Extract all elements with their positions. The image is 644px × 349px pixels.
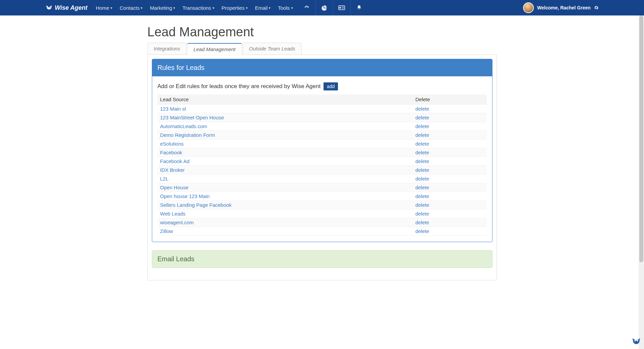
table-row: IDX Brokerdelete [158, 166, 487, 174]
chevron-down-icon: ▾ [173, 6, 175, 10]
tab-outside-team-leads[interactable]: Outside Team Leads [243, 43, 302, 54]
svg-rect-5 [342, 8, 344, 8]
id-card-icon [338, 5, 345, 10]
lead-source-link[interactable]: 123 MainStreet Open House [158, 113, 413, 122]
nav-card-icon[interactable] [333, 0, 350, 15]
nav-item-email[interactable]: Email▾ [251, 0, 274, 15]
add-rule-button[interactable]: add [324, 82, 338, 90]
table-row: eSolutionsdelete [158, 140, 487, 148]
lead-source-link[interactable]: IDX Broker [158, 166, 413, 174]
table-row: Facebookdelete [158, 148, 487, 157]
pie-icon [321, 5, 327, 11]
email-leads-panel: Email Leads [152, 250, 492, 268]
lead-source-link[interactable]: Facebook [158, 148, 413, 157]
nav-item-transactions[interactable]: Transactions▾ [179, 0, 218, 15]
lead-source-link[interactable]: 123 Main st [158, 105, 413, 113]
lead-source-link[interactable]: Open house 123 Main [158, 192, 413, 201]
lead-source-link[interactable]: Open House [158, 183, 413, 192]
top-navbar: Wise Agent Home▾ Contacts▾ Marketing▾ Tr… [0, 0, 644, 15]
svg-rect-4 [342, 7, 344, 7]
delete-cell: delete [413, 131, 487, 140]
nav-item-home[interactable]: Home▾ [92, 0, 116, 15]
lead-source-link[interactable]: Zillow [158, 227, 413, 236]
delete-cell: delete [413, 148, 487, 157]
nav-user-block[interactable]: Welcome, Rachel Green [523, 2, 644, 13]
delete-link[interactable]: delete [416, 176, 429, 182]
delete-link[interactable]: delete [416, 150, 429, 155]
lead-source-link[interactable]: AutomaticLeads.com [158, 122, 413, 131]
delete-cell: delete [413, 157, 487, 166]
table-row: L2Ldelete [158, 174, 487, 183]
lead-rules-table: Lead Source Delete 123 Main stdelete123 … [158, 94, 487, 236]
delete-link[interactable]: delete [416, 185, 429, 190]
delete-cell: delete [413, 113, 487, 122]
nav-item-label: Properties [222, 5, 245, 11]
delete-link[interactable]: delete [416, 141, 429, 147]
tab-lead-management[interactable]: Lead Management [187, 43, 242, 55]
tab-label: Lead Management [194, 46, 235, 52]
rules-panel-heading: Rules for Leads [152, 59, 492, 76]
svg-rect-3 [339, 7, 341, 9]
lead-source-link[interactable]: Demo Registration Form [158, 131, 413, 140]
avatar [523, 2, 534, 13]
table-row: Web Leadsdelete [158, 209, 487, 218]
delete-cell: delete [413, 166, 487, 174]
chevron-down-icon: ▾ [213, 6, 214, 10]
delete-link[interactable]: delete [416, 132, 429, 138]
lead-source-link[interactable]: wiseagent.com [158, 218, 413, 227]
nav-menu: Home▾ Contacts▾ Marketing▾ Transactions▾… [92, 0, 296, 15]
lead-source-link[interactable]: Sellers Landing Page Facebook [158, 201, 413, 209]
delete-link[interactable]: delete [416, 202, 429, 208]
delete-cell: delete [413, 209, 487, 218]
tab-label: Outside Team Leads [249, 46, 295, 51]
chevron-down-icon: ▾ [269, 6, 270, 10]
table-row: Open Housedelete [158, 183, 487, 192]
brand-logo[interactable]: Wise Agent [45, 4, 87, 11]
rules-instruction-row: Add or Edit rules for leads once they ar… [158, 82, 487, 90]
table-row: Open house 123 Maindelete [158, 192, 487, 201]
nav-bell-icon[interactable] [350, 0, 368, 15]
nav-item-label: Marketing [150, 5, 172, 11]
delete-link[interactable]: delete [416, 106, 429, 112]
nav-dashboard-icon[interactable] [298, 0, 315, 15]
nav-item-tools[interactable]: Tools▾ [274, 0, 296, 15]
delete-link[interactable]: delete [416, 193, 429, 199]
tab-content: Rules for Leads Add or Edit rules for le… [147, 55, 497, 280]
lead-source-link[interactable]: Web Leads [158, 209, 413, 218]
lead-source-link[interactable]: eSolutions [158, 140, 413, 148]
nav-item-contacts[interactable]: Contacts▾ [116, 0, 146, 15]
chevron-down-icon: ▾ [246, 6, 248, 10]
rules-panel: Rules for Leads Add or Edit rules for le… [152, 59, 492, 242]
delete-link[interactable]: delete [416, 228, 429, 234]
delete-cell: delete [413, 183, 487, 192]
delete-cell: delete [413, 201, 487, 209]
lead-source-link[interactable]: Facebook Ad [158, 157, 413, 166]
delete-link[interactable]: delete [416, 123, 429, 129]
delete-cell: delete [413, 192, 487, 201]
tab-integrations[interactable]: Integrations [147, 43, 186, 54]
table-row: 123 MainStreet Open Housedelete [158, 113, 487, 122]
nav-stats-icon[interactable] [315, 0, 333, 15]
delete-link[interactable]: delete [416, 158, 429, 164]
table-row: wiseagent.comdelete [158, 218, 487, 227]
delete-cell: delete [413, 105, 487, 113]
nav-item-marketing[interactable]: Marketing▾ [146, 0, 179, 15]
table-row: Facebook Addelete [158, 157, 487, 166]
delete-link[interactable]: delete [416, 115, 429, 120]
chevron-down-icon: ▾ [291, 6, 293, 10]
delete-link[interactable]: delete [416, 220, 429, 225]
table-row: AutomaticLeads.comdelete [158, 122, 487, 131]
delete-cell: delete [413, 122, 487, 131]
scrollbar-thumb[interactable] [639, 15, 643, 262]
delete-link[interactable]: delete [416, 211, 429, 217]
table-row: Zillowdelete [158, 227, 487, 236]
welcome-text: Welcome, Rachel Green [537, 5, 591, 10]
lead-source-link[interactable]: L2L [158, 174, 413, 183]
table-row: Sellers Landing Page Facebookdelete [158, 201, 487, 209]
table-row: 123 Main stdelete [158, 105, 487, 113]
rules-panel-body: Add or Edit rules for leads once they ar… [152, 76, 492, 242]
nav-icon-strip [298, 0, 368, 15]
vertical-scrollbar[interactable] [639, 15, 644, 290]
nav-item-properties[interactable]: Properties▾ [218, 0, 251, 15]
delete-link[interactable]: delete [416, 167, 429, 173]
